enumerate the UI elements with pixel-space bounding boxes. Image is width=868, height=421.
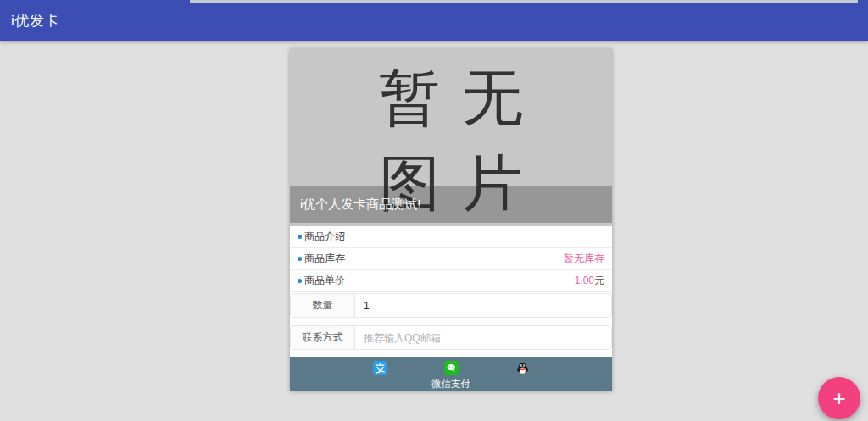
qq-penguin-icon	[515, 361, 530, 375]
row-label: 商品介绍	[304, 230, 345, 244]
wechat-pay-icon	[444, 361, 459, 375]
contact-group: 联系方式	[290, 325, 612, 350]
product-card: 暂无 图片 i优个人发卡商品测试! 商品介绍 商品库存 暂无库存 商品单价	[290, 48, 612, 391]
add-fab-button[interactable]: +	[818, 377, 860, 419]
bullet-icon	[298, 257, 302, 261]
row-product-price: 商品单价 1.00元	[290, 270, 612, 292]
row-product-stock: 商品库存 暂无库存	[290, 248, 612, 270]
navbar: i优发卡	[0, 0, 868, 41]
stock-status: 暂无库存	[564, 252, 604, 266]
wechat-pay-label: 微信支付	[431, 378, 470, 391]
quantity-label: 数量	[291, 294, 355, 317]
price-unit: 元	[594, 274, 604, 286]
product-info-list: 商品介绍 商品库存 暂无库存 商品单价 1.00元	[290, 226, 612, 292]
contact-input[interactable]	[355, 326, 611, 349]
payment-footer: 微信支付	[290, 357, 612, 391]
alipay-icon	[373, 361, 387, 375]
top-progress-strip	[190, 0, 858, 3]
alipay-payment-option[interactable]	[344, 357, 415, 375]
brand-title[interactable]: i优发卡	[0, 11, 59, 30]
bullet-icon	[298, 235, 302, 239]
product-image-placeholder: 暂无 图片 i优个人发卡商品测试!	[290, 48, 612, 226]
product-title-overlay: i优个人发卡商品测试!	[290, 186, 612, 223]
quantity-group: 数量	[290, 293, 612, 318]
no-image-line1: 暂无	[312, 55, 612, 141]
bullet-icon	[298, 279, 302, 283]
contact-label: 联系方式	[291, 326, 355, 349]
price-value: 1.00	[575, 274, 594, 286]
wechat-pay-payment-option[interactable]: 微信支付	[415, 357, 487, 391]
quantity-input[interactable]	[355, 294, 611, 317]
product-title: i优个人发卡商品测试!	[290, 197, 421, 213]
row-label: 商品库存	[304, 252, 345, 266]
qq-payment-option[interactable]	[487, 357, 558, 375]
row-label: 商品单价	[304, 274, 345, 288]
row-product-intro: 商品介绍	[290, 226, 612, 248]
